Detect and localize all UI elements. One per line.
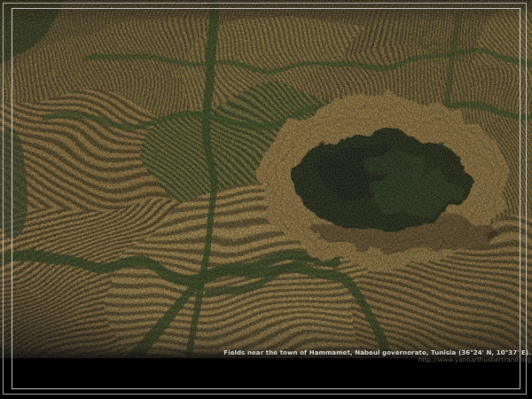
wallpaper-stage: Fields near the town of Hammamet, Nabeul…	[0, 0, 532, 399]
aerial-photo-art	[0, 0, 532, 358]
caption-url: http://www.yannarthusbertrand.org	[223, 356, 531, 364]
caption-title: Fields near the town of Hammamet, Nabeul…	[223, 349, 531, 356]
aerial-photo	[0, 0, 532, 358]
photo-caption: Fields near the town of Hammamet, Nabeul…	[223, 349, 531, 364]
